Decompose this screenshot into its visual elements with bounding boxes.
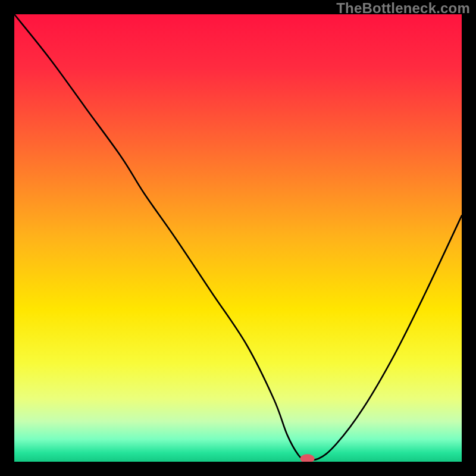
chart-svg	[14, 14, 462, 462]
chart-frame: TheBottleneck.com	[0, 0, 476, 476]
watermark-text: TheBottleneck.com	[336, 0, 470, 17]
chart-background-gradient	[14, 14, 462, 462]
plot-area	[14, 14, 462, 462]
